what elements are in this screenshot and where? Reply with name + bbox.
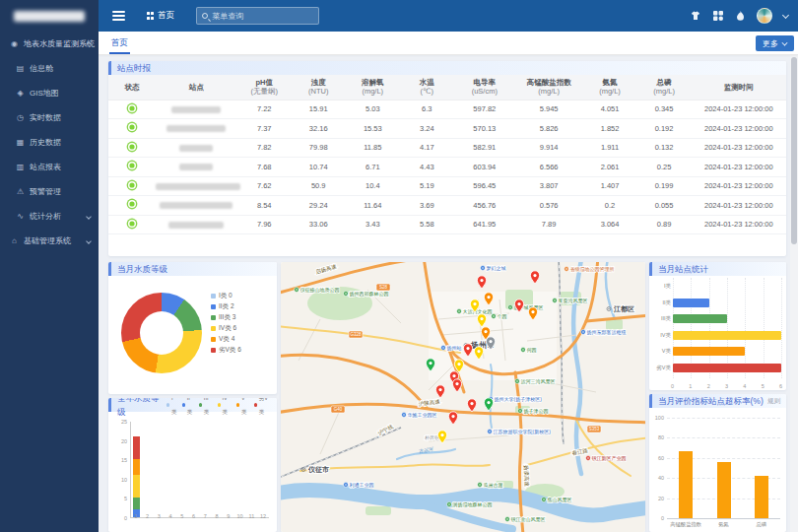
x-tick: 12 xyxy=(260,513,266,519)
stack-seg-IV类[interactable] xyxy=(133,475,140,499)
svg-text:茱萸湾风景区: 茱萸湾风景区 xyxy=(559,298,588,304)
hbar-row: V类 xyxy=(673,347,781,356)
bar-III类[interactable] xyxy=(673,314,727,323)
station-report-table[interactable]: 状态站点pH值(无量纲)浊度(NTU)溶解氧(mg/L)水温(℃)电导率(uS/… xyxy=(108,75,786,234)
status-dot-normal xyxy=(128,181,136,189)
svg-text:江苏旅游职业学院(新校区): 江苏旅游职业学院(新校区) xyxy=(494,429,552,435)
gis-map[interactable]: G40S28G328S353 启扬高速沪陕高速沪宁线扬溧高速春江路古运河仪征捺山… xyxy=(281,262,645,532)
station-name-redacted xyxy=(168,222,224,229)
bar-II类[interactable] xyxy=(673,299,709,307)
table-row[interactable]: 7.3732.1615.533.24570.135.8261.8520.1922… xyxy=(108,119,786,139)
column-header: 监测时间 xyxy=(692,75,786,100)
table-row[interactable]: 7.2215.915.036.3597.825.9454.0510.345202… xyxy=(108,100,786,119)
stack-seg-III类[interactable] xyxy=(133,498,140,509)
station-name-redacted xyxy=(160,202,233,209)
cell-value: 2024-01-23 12:00:00 xyxy=(692,100,786,119)
station-name-redacted xyxy=(171,106,221,113)
x-tick: 10 xyxy=(237,513,243,519)
sidebar-item-6[interactable]: ⚠预警管理 xyxy=(0,179,99,204)
column-header: 高锰酸盐指数(mg/L) xyxy=(515,75,583,100)
cell-value: 7.62 xyxy=(237,176,292,196)
cell-value: 8.54 xyxy=(237,196,292,216)
table-row[interactable]: 7.6250.910.45.19596.453.8071.4070.199202… xyxy=(108,176,786,196)
bar-IV类[interactable] xyxy=(673,331,781,340)
avatar[interactable] xyxy=(757,8,772,24)
month-station-panel: 当月站点统计 0123456I类II类III类IV类V类劣V类 xyxy=(649,262,786,390)
bar-氨氮[interactable] xyxy=(717,462,731,518)
legend-item[interactable]: IV类 6 xyxy=(211,323,241,334)
cell-value: 456.76 xyxy=(454,196,515,216)
grade-donut-chart[interactable] xyxy=(121,293,202,373)
sidebar-item-0[interactable]: ◉地表水质量监测系统 xyxy=(0,32,99,56)
x-tick: 1 xyxy=(134,513,137,519)
cell-value: 603.94 xyxy=(454,158,515,177)
panel-header: 站点时报 xyxy=(108,61,786,75)
poi-label: 扬州西郊森林公园 xyxy=(344,291,389,298)
cell-value: 5.03 xyxy=(346,100,400,119)
bar-总磷[interactable] xyxy=(755,476,768,518)
station-name-redacted xyxy=(156,183,240,190)
rules-link[interactable]: 规则 xyxy=(767,394,780,408)
cell-value: 7.68 xyxy=(237,158,292,177)
chevron-down-icon xyxy=(86,214,92,220)
x-tick: 3 xyxy=(158,513,161,519)
stack-seg-劣V类[interactable] xyxy=(133,436,140,460)
flame-icon[interactable] xyxy=(735,10,746,22)
sidebar-item-3[interactable]: ◷实时数据 xyxy=(0,105,99,130)
status-dot-normal xyxy=(128,200,136,208)
sidebar-item-2[interactable]: ◈GIS地图 xyxy=(0,81,99,105)
poi-label: 仪征捺山地质公园 xyxy=(295,287,340,294)
legend-item[interactable]: II类 2 xyxy=(211,301,241,312)
cell-value: 0.055 xyxy=(637,196,692,216)
bar-高锰酸盐指数[interactable] xyxy=(679,451,693,518)
cell-value: 1.852 xyxy=(583,119,637,139)
scrollbar[interactable] xyxy=(790,55,798,532)
hbar-row: II类 xyxy=(673,299,781,307)
panel-header: 当月水质等级 xyxy=(108,262,277,276)
x-tick: 11 xyxy=(249,513,255,519)
cell-value: 582.91 xyxy=(454,138,515,158)
sidebar-item-8[interactable]: ⌂基础管理系统 xyxy=(0,229,99,253)
table-row[interactable]: 8.5429.2411.643.69456.760.5760.20.055202… xyxy=(108,196,786,216)
search-input[interactable] xyxy=(212,12,313,21)
cell-value: 641.95 xyxy=(454,215,515,234)
more-button[interactable]: 更多 xyxy=(756,35,794,51)
layout-icon[interactable] xyxy=(712,10,724,22)
legend-item[interactable]: 劣V类 6 xyxy=(211,345,241,356)
theme-shirt-icon[interactable] xyxy=(690,10,701,22)
breadcrumb[interactable]: 首页 xyxy=(147,10,174,22)
sidebar-item-1[interactable]: ▤信息舱 xyxy=(0,56,99,81)
menu-search[interactable] xyxy=(196,7,319,25)
station-report-icon: ▥ xyxy=(15,163,26,171)
sidebar-item-label: 基础管理系统 xyxy=(24,235,71,246)
chevron-down-icon[interactable] xyxy=(782,11,789,18)
bar-劣V类[interactable] xyxy=(673,364,781,372)
table-row[interactable]: 7.8279.9811.854.17582.919.9141.9110.1322… xyxy=(108,138,786,158)
x-tick: 9 xyxy=(227,513,230,519)
y-tick: 10 xyxy=(121,477,127,483)
legend-item[interactable]: III类 3 xyxy=(211,312,241,323)
year-stacked-chart[interactable]: 0510152025123456789101112 xyxy=(108,414,277,532)
hbar-row: I类 xyxy=(673,282,781,291)
bar-V类[interactable] xyxy=(673,347,745,356)
x-tick: 4 xyxy=(743,383,746,389)
tab-home[interactable]: 首页 xyxy=(111,32,128,54)
table-row[interactable]: 7.9633.063.435.58641.957.893.0640.892024… xyxy=(108,215,786,234)
map-panel[interactable]: G40S28G328S353 启扬高速沪陕高速沪宁线扬溧高速春江路古运河仪征捺山… xyxy=(281,262,645,532)
scrollbar-thumb[interactable] xyxy=(791,57,797,244)
cell-value: 5.58 xyxy=(400,215,454,234)
table-row[interactable]: 7.6810.746.714.43603.946.5662.0610.25202… xyxy=(108,158,786,177)
poi-label: 镇江新区产业园 xyxy=(586,455,627,462)
legend-item[interactable]: V类 4 xyxy=(211,334,241,345)
sidebar-item-4[interactable]: ▦历史数据 xyxy=(0,130,99,155)
exceed-rate-chart[interactable]: 020406080100高锰酸盐指数氨氮总磷 xyxy=(649,410,786,532)
hamburger-icon[interactable] xyxy=(112,9,125,23)
sidebar-item-5[interactable]: ▥站点报表 xyxy=(0,155,99,179)
cell-value: 7.22 xyxy=(237,100,292,119)
grid-icon xyxy=(147,12,154,19)
station-hbar-chart[interactable]: 0123456I类II类III类IV类V类劣V类 xyxy=(649,278,786,390)
legend-item[interactable]: I类 0 xyxy=(211,291,241,301)
station-name-redacted xyxy=(179,164,213,170)
sidebar-item-7[interactable]: ∿统计分析 xyxy=(0,204,99,229)
stack-seg-V类[interactable] xyxy=(133,459,140,475)
